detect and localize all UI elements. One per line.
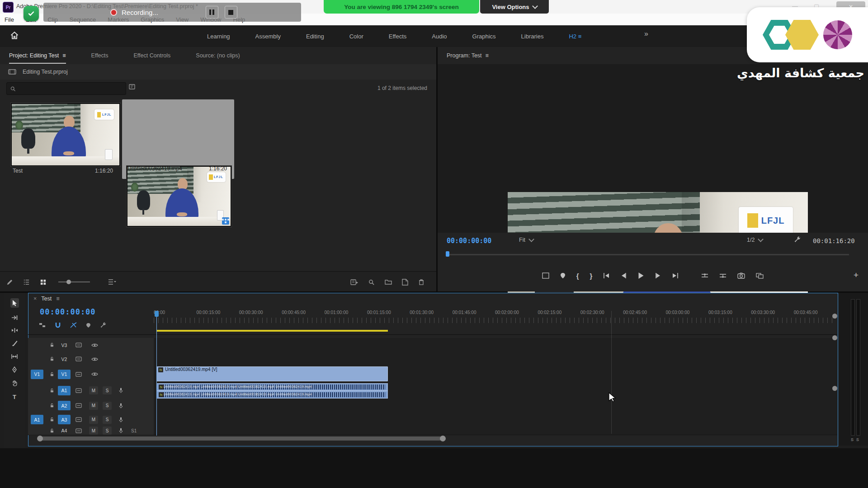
timeline-playhead-line[interactable] — [156, 311, 157, 436]
clip-name[interactable]: Test — [13, 168, 23, 174]
thumbnail-zoom-slider[interactable] — [58, 282, 90, 282]
search-bin-filter-icon[interactable] — [128, 83, 136, 90]
track-badge[interactable]: V2 — [58, 354, 71, 364]
mute-button[interactable]: M — [89, 427, 98, 435]
track-badge[interactable]: V1 — [58, 370, 71, 379]
sync-lock-icon[interactable] — [71, 428, 87, 433]
play-button[interactable] — [637, 272, 644, 279]
workspace-tab-graphics[interactable]: Graphics — [460, 33, 509, 40]
program-settings-wrench-icon[interactable] — [794, 236, 801, 243]
panel-menu-icon[interactable]: ≡ — [62, 52, 66, 59]
sync-lock-icon[interactable] — [71, 357, 87, 361]
type-tool[interactable]: T — [13, 394, 16, 400]
solo-button[interactable]: S — [103, 402, 112, 410]
add-marker-icon[interactable] — [86, 323, 91, 328]
voiceover-mic-icon[interactable] — [114, 427, 127, 434]
workspace-tab-editing[interactable]: Editing — [293, 33, 337, 40]
lock-icon[interactable] — [46, 342, 58, 348]
track-select-tool[interactable] — [11, 315, 18, 320]
track-content-v2[interactable] — [154, 352, 837, 366]
export-frame-camera-icon[interactable] — [737, 272, 745, 279]
lock-icon[interactable] — [46, 417, 58, 422]
solo-button[interactable]: S — [103, 427, 112, 435]
add-marker-icon[interactable] — [560, 272, 566, 279]
clip-thumbnail-untitled[interactable]: LFJL — [127, 166, 231, 227]
project-search[interactable] — [6, 82, 126, 95]
timeline-timecode[interactable]: 00:00:00:00 — [40, 307, 96, 316]
tab-program[interactable]: Program: Test — [447, 52, 482, 59]
panel-menu-icon[interactable]: ≡ — [56, 296, 59, 302]
mute-button[interactable]: M — [89, 416, 98, 424]
new-bin-icon[interactable] — [385, 279, 392, 285]
clip-thumbnail-test[interactable]: LFJL — [11, 103, 120, 166]
panel-menu-icon[interactable]: ≡ — [486, 52, 489, 59]
track-content-a2[interactable] — [154, 399, 837, 413]
track-badge[interactable]: V3 — [58, 340, 71, 350]
workspace-tab-h2[interactable]: H2 ≡ — [556, 33, 594, 40]
sync-lock-icon[interactable] — [71, 343, 87, 347]
extract-icon[interactable] — [719, 272, 726, 279]
sync-lock-icon[interactable] — [71, 403, 87, 408]
track-content-a3[interactable] — [154, 413, 837, 427]
workspace-tab-effects[interactable]: Effects — [376, 33, 420, 40]
hand-tool[interactable] — [12, 380, 18, 386]
go-to-out-icon[interactable] — [672, 272, 679, 279]
track-badge[interactable]: A1 — [58, 386, 71, 395]
button-editor-add[interactable]: + — [854, 270, 859, 280]
scrollbar-handle[interactable] — [832, 335, 837, 340]
razor-tool[interactable] — [12, 340, 18, 347]
list-view-icon[interactable] — [23, 279, 30, 286]
workspace-tab-assembly[interactable]: Assembly — [243, 33, 293, 40]
sync-lock-icon[interactable] — [71, 417, 87, 422]
mark-out-button[interactable]: } — [590, 272, 593, 280]
toggle-track-output-eye-icon[interactable] — [87, 343, 102, 347]
lock-icon[interactable] — [46, 388, 58, 394]
mute-button[interactable]: M — [89, 402, 98, 410]
stop-recording-button[interactable] — [225, 6, 237, 19]
step-back-icon[interactable] — [621, 272, 627, 279]
track-badge[interactable]: A2 — [58, 401, 71, 410]
lift-icon[interactable] — [701, 272, 708, 279]
view-options-button[interactable]: View Options — [480, 0, 549, 14]
lock-icon[interactable] — [46, 403, 58, 408]
tab-source[interactable]: Source: (no clips) — [196, 52, 240, 59]
lock-icon[interactable] — [46, 371, 58, 377]
timeline-horizontal-scrollbar[interactable] — [38, 436, 445, 441]
lock-icon[interactable] — [46, 428, 58, 434]
home-icon[interactable] — [10, 31, 19, 40]
program-scrubber-rail[interactable] — [447, 254, 849, 255]
delete-trash-icon[interactable] — [418, 279, 425, 286]
tab-effect-controls[interactable]: Effect Controls — [134, 52, 171, 59]
menu-file[interactable]: File — [5, 16, 14, 23]
insert-overwrite-icon[interactable] — [39, 322, 46, 328]
timeline-playhead-handle[interactable] — [155, 311, 159, 317]
work-area-bar[interactable] — [156, 330, 388, 332]
track-badge[interactable]: A4 — [58, 426, 71, 436]
track-content-a4[interactable] — [154, 427, 837, 435]
timeline-settings-wrench-icon[interactable] — [100, 322, 107, 328]
linked-selection-icon[interactable] — [70, 322, 77, 328]
workspace-overflow-button[interactable]: » — [644, 30, 648, 38]
find-icon[interactable] — [368, 279, 375, 286]
voiceover-mic-icon[interactable] — [114, 403, 127, 409]
track-content-v1[interactable]: fxUntitled00362419.mp4 [V] — [154, 366, 837, 383]
safe-margins-icon[interactable] — [542, 272, 549, 279]
ripple-edit-tool[interactable] — [11, 328, 18, 333]
lock-icon[interactable] — [46, 356, 58, 362]
slip-tool[interactable] — [11, 354, 18, 359]
edit-pencil-icon[interactable] — [6, 279, 13, 286]
playback-resolution-dropdown[interactable]: 1/2 — [747, 237, 763, 243]
pen-tool[interactable] — [12, 366, 17, 373]
voiceover-mic-icon[interactable] — [114, 417, 127, 423]
source-patch-v1[interactable]: V1 — [31, 370, 43, 379]
audio-clip-channel-2[interactable]: Untitled00362419.mp4 Untitled00362419.mp… — [156, 391, 388, 399]
tab-effects[interactable]: Effects — [91, 52, 108, 59]
mute-button[interactable]: M — [89, 386, 98, 394]
timeline-sequence-tab[interactable]: × Test ≡ — [33, 296, 60, 302]
automate-to-sequence-icon[interactable] — [350, 279, 358, 286]
sync-lock-icon[interactable] — [71, 372, 87, 377]
sort-icons-button[interactable] — [108, 279, 116, 285]
clip-name[interactable]: Untitled00362419.mp4 — [127, 165, 182, 172]
program-current-timecode[interactable]: 00:00:00:00 — [447, 237, 491, 245]
toggle-track-output-eye-icon[interactable] — [87, 372, 102, 376]
